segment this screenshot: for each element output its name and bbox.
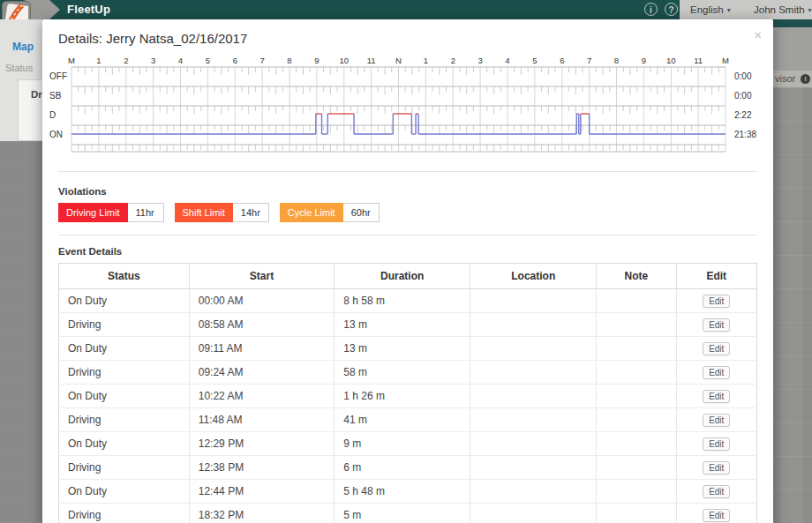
event-cell-duration: 5 h 48 m xyxy=(335,480,470,504)
event-cell-duration: 58 m xyxy=(335,361,470,385)
svg-text:8: 8 xyxy=(614,56,619,65)
language-menu[interactable]: English▾ xyxy=(690,0,731,19)
event-cell-status: Driving xyxy=(59,456,190,480)
brand-title: FleetUp xyxy=(67,0,110,19)
violation-badge: Cycle Limit60hr xyxy=(280,203,380,222)
event-cell-status: Driving xyxy=(59,313,190,337)
event-cell-location xyxy=(470,313,597,337)
top-navbar: FleetUp i ? English▾ John Smith▾ xyxy=(0,0,812,19)
event-cell-start: 10:22 AM xyxy=(189,385,335,408)
edit-button[interactable]: Edit xyxy=(703,318,730,332)
chevron-down-icon: ▾ xyxy=(727,6,731,14)
svg-text:7: 7 xyxy=(259,56,264,65)
svg-text:3: 3 xyxy=(151,56,155,65)
event-cell-note xyxy=(597,289,676,313)
svg-text:4: 4 xyxy=(178,56,183,65)
event-cell-status: On Duty xyxy=(59,289,190,313)
event-cell-note xyxy=(597,480,676,504)
event-cell-status: Driving xyxy=(59,361,190,385)
edit-button[interactable]: Edit xyxy=(703,342,730,355)
details-modal: Details: Jerry Natsa_02/16/2017 × M12345… xyxy=(42,19,773,523)
event-table: StatusStartDurationLocationNoteEdit On D… xyxy=(58,263,757,523)
close-icon[interactable]: × xyxy=(754,28,762,41)
event-row: Driving09:24 AM58 mEdit xyxy=(59,361,757,385)
event-cell-duration: 8 h 58 m xyxy=(335,289,470,313)
svg-text:1: 1 xyxy=(424,56,428,65)
event-cell-location xyxy=(470,480,597,504)
event-cell-note xyxy=(597,337,676,361)
svg-text:6: 6 xyxy=(233,56,237,65)
edit-button[interactable]: Edit xyxy=(703,366,730,379)
supervisor-header-partial: visor i xyxy=(773,71,812,87)
edit-button[interactable]: Edit xyxy=(703,509,730,522)
svg-text:N: N xyxy=(395,56,402,65)
svg-text:21:38: 21:38 xyxy=(734,130,756,139)
background-table-dimmed xyxy=(773,87,812,523)
sidebar-tab-map[interactable]: Map xyxy=(12,41,34,53)
svg-text:3: 3 xyxy=(477,56,482,65)
svg-text:M: M xyxy=(722,56,729,65)
background-right-upper xyxy=(773,27,812,71)
hos-grid-chart: M1234567891011N1234567891011MOFF0:00SB0:… xyxy=(49,55,766,153)
divider xyxy=(58,235,757,235)
violation-label: Shift Limit xyxy=(175,203,233,222)
edit-button[interactable]: Edit xyxy=(703,461,730,474)
svg-text:OFF: OFF xyxy=(49,71,67,81)
app-window: FleetUp i ? English▾ John Smith▾ Map Sta… xyxy=(0,0,812,523)
event-table-header-row: StatusStartDurationLocationNoteEdit xyxy=(59,264,757,289)
event-cell-duration: 5 m xyxy=(335,504,470,523)
svg-text:2: 2 xyxy=(124,56,128,65)
event-row: Driving08:58 AM13 mEdit xyxy=(59,313,757,337)
svg-text:1: 1 xyxy=(96,56,101,65)
event-row: On Duty10:22 AM1 h 26 mEdit xyxy=(59,385,757,408)
background-teal-strip xyxy=(773,19,812,27)
background-left-panel: Map Status Dri xyxy=(0,19,42,141)
event-cell-note xyxy=(597,313,676,337)
event-cell-duration: 6 m xyxy=(335,456,470,480)
event-cell-duration: 41 m xyxy=(335,408,470,432)
event-cell-start: 12:38 PM xyxy=(189,456,335,480)
edit-button[interactable]: Edit xyxy=(703,437,730,451)
event-cell-status: On Duty xyxy=(59,385,190,408)
event-cell-start: 09:11 AM xyxy=(189,337,335,361)
event-cell-location xyxy=(470,385,597,408)
event-row: On Duty09:11 AM13 mEdit xyxy=(59,337,757,361)
svg-text:11: 11 xyxy=(694,56,703,65)
help-icon[interactable]: ? xyxy=(665,3,678,16)
svg-text:ON: ON xyxy=(49,130,63,139)
column-header-start: Start xyxy=(189,264,335,289)
violation-limit-value: 14hr xyxy=(233,203,269,222)
event-cell-note xyxy=(597,504,676,523)
drivers-panel-sliver: Dri xyxy=(18,79,42,141)
event-cell-note xyxy=(597,385,676,408)
info-icon[interactable]: i xyxy=(644,3,658,16)
edit-button[interactable]: Edit xyxy=(703,390,730,403)
edit-button[interactable]: Edit xyxy=(703,295,730,308)
event-cell-status: On Duty xyxy=(59,337,190,361)
event-cell-note xyxy=(597,432,676,456)
user-menu[interactable]: John Smith▾ xyxy=(754,0,812,19)
event-cell-start: 12:29 PM xyxy=(189,432,335,456)
event-cell-start: 18:32 PM xyxy=(189,504,335,523)
svg-text:10: 10 xyxy=(340,56,350,65)
svg-text:M: M xyxy=(68,56,75,65)
svg-text:7: 7 xyxy=(587,56,591,65)
edit-button[interactable]: Edit xyxy=(703,485,730,498)
svg-text:9: 9 xyxy=(314,56,319,65)
background-right-panel: visor i xyxy=(773,19,812,523)
svg-text:2:22: 2:22 xyxy=(734,110,752,120)
event-cell-status: On Duty xyxy=(59,432,190,456)
divider xyxy=(58,171,757,172)
event-cell-status: Driving xyxy=(59,408,190,432)
sidebar-label-status: Status xyxy=(5,63,33,73)
event-row: On Duty12:29 PM9 mEdit xyxy=(59,432,757,456)
chevron-down-icon: ▾ xyxy=(808,6,812,14)
event-cell-note xyxy=(597,408,676,432)
event-cell-location xyxy=(470,432,597,456)
event-cell-duration: 13 m xyxy=(335,337,470,361)
edit-button[interactable]: Edit xyxy=(703,414,730,427)
svg-text:4: 4 xyxy=(505,56,509,65)
event-cell-status: On Duty xyxy=(59,480,190,504)
event-cell-start: 12:44 PM xyxy=(189,480,335,504)
event-cell-location xyxy=(470,408,597,432)
